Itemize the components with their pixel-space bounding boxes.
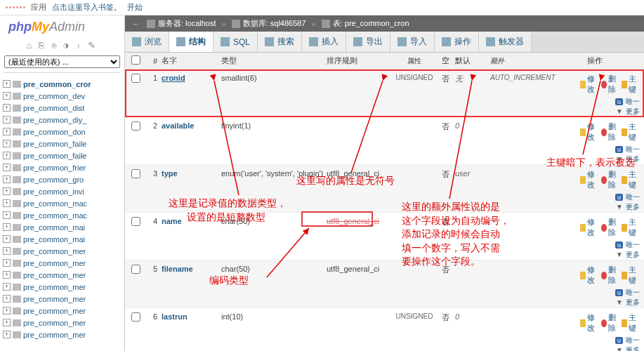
- op-unique[interactable]: 唯一: [626, 289, 640, 296]
- recent-tables-select[interactable]: (最近使用的表) ...: [4, 55, 120, 68]
- op-del[interactable]: 删除: [601, 312, 619, 333]
- tree-item[interactable]: +pre_common_faile: [3, 150, 124, 161]
- tree-item[interactable]: +pre_common_don: [3, 126, 124, 138]
- op-unique[interactable]: 唯一: [626, 98, 640, 105]
- op-edit[interactable]: 修改: [580, 169, 598, 190]
- tree-item[interactable]: +pre_common_mai: [3, 221, 124, 233]
- expand-icon[interactable]: +: [3, 283, 11, 291]
- expand-icon[interactable]: +: [3, 331, 11, 338]
- op-del[interactable]: 删除: [601, 121, 619, 143]
- op-del[interactable]: 删除: [601, 74, 619, 95]
- col-name[interactable]: available: [162, 121, 221, 130]
- expand-icon[interactable]: +: [3, 199, 11, 207]
- tree-item[interactable]: +pre_common_diy_: [3, 114, 124, 126]
- expand-icon[interactable]: +: [3, 140, 11, 147]
- expand-icon[interactable]: +: [3, 152, 11, 159]
- bc-server[interactable]: 服务器: localhost: [158, 18, 216, 29]
- row-checkbox[interactable]: [131, 265, 140, 274]
- expand-icon[interactable]: +: [3, 176, 11, 183]
- expand-icon[interactable]: +: [3, 235, 11, 243]
- bc-database[interactable]: 数据库: sql486587: [243, 18, 306, 29]
- expand-icon[interactable]: +: [3, 187, 11, 195]
- op-del[interactable]: 删除: [601, 169, 619, 190]
- tab-触发器[interactable]: 触发器: [479, 32, 532, 52]
- op-more[interactable]: 更多: [626, 107, 640, 115]
- row-checkbox[interactable]: [131, 74, 140, 83]
- op-pk[interactable]: 主键: [622, 74, 640, 95]
- expand-icon[interactable]: +: [3, 307, 11, 314]
- check-all[interactable]: [131, 55, 140, 65]
- col-name[interactable]: lastrun: [162, 312, 221, 321]
- tree-item[interactable]: +pre_common_mer: [3, 317, 124, 329]
- tree-item[interactable]: +pre_common_mac: [3, 197, 124, 209]
- col-name[interactable]: filename: [162, 265, 221, 273]
- tab-操作[interactable]: 操作: [435, 32, 479, 52]
- tree-item[interactable]: +pre_common_mac: [3, 209, 124, 221]
- tab-导入[interactable]: 导入: [390, 32, 435, 52]
- row-checkbox[interactable]: [131, 312, 140, 322]
- op-pk[interactable]: 主键: [622, 121, 640, 143]
- tree-item[interactable]: +pre_common_mai: [3, 233, 124, 245]
- expand-icon[interactable]: +: [3, 295, 11, 303]
- op-edit[interactable]: 修改: [580, 217, 598, 238]
- row-checkbox[interactable]: [131, 169, 140, 178]
- op-more[interactable]: 更多: [626, 298, 640, 306]
- op-more[interactable]: 更多: [626, 346, 640, 351]
- tree-item[interactable]: +pre_common_dist: [3, 102, 124, 114]
- expand-icon[interactable]: +: [3, 104, 11, 112]
- op-unique[interactable]: 唯一: [626, 336, 640, 344]
- tree-item[interactable]: +pre_common_faile: [3, 138, 124, 150]
- expand-icon[interactable]: +: [3, 211, 11, 219]
- op-more[interactable]: 更多: [626, 251, 640, 258]
- expand-icon[interactable]: +: [3, 92, 11, 100]
- col-name[interactable]: name: [162, 217, 221, 225]
- bc-table[interactable]: 表: pre_common_cron: [333, 18, 409, 29]
- collapse-icon[interactable]: ←: [132, 20, 140, 28]
- apps-label[interactable]: 应用: [31, 2, 46, 13]
- expand-icon[interactable]: +: [3, 116, 11, 124]
- row-checkbox[interactable]: [131, 217, 140, 226]
- tree-item[interactable]: +pre_common_mer: [3, 329, 124, 340]
- tree-item[interactable]: +pre_common_cror: [3, 78, 124, 90]
- tab-结构[interactable]: 结构: [169, 32, 213, 52]
- tab-导出[interactable]: 导出: [346, 32, 390, 52]
- op-pk[interactable]: 主键: [622, 169, 640, 190]
- expand-icon[interactable]: +: [3, 259, 11, 267]
- expand-icon[interactable]: +: [3, 319, 11, 326]
- op-edit[interactable]: 修改: [580, 312, 598, 333]
- tree-item[interactable]: +pre_common_gro: [3, 173, 124, 185]
- col-name[interactable]: cronid: [162, 74, 221, 82]
- op-pk[interactable]: 主键: [622, 217, 640, 238]
- head-name[interactable]: 名字: [162, 55, 221, 66]
- tree-item[interactable]: +pre_common_mer: [3, 305, 124, 317]
- tab-搜索[interactable]: 搜索: [258, 32, 302, 52]
- tree-item[interactable]: +pre_common_mer: [3, 293, 124, 305]
- row-checkbox[interactable]: [131, 121, 140, 131]
- op-pk[interactable]: 主键: [622, 312, 640, 333]
- op-edit[interactable]: 修改: [580, 265, 598, 286]
- tree-item[interactable]: +pre_common_frier: [3, 161, 124, 173]
- start-link[interactable]: 开始: [127, 2, 143, 13]
- tree-item[interactable]: +pre_common_dev: [3, 90, 124, 102]
- expand-icon[interactable]: +: [3, 247, 11, 255]
- op-del[interactable]: 删除: [601, 265, 619, 286]
- tab-浏览[interactable]: 浏览: [125, 32, 169, 52]
- tree-item[interactable]: +pre_common_mer: [3, 269, 124, 281]
- import-bookmarks-hint[interactable]: 点击这里导入书签。: [52, 2, 121, 13]
- op-edit[interactable]: 修改: [580, 74, 598, 95]
- op-edit[interactable]: 修改: [580, 121, 598, 143]
- tree-item[interactable]: +pre_common_mer: [3, 257, 124, 269]
- expand-icon[interactable]: +: [3, 223, 11, 231]
- expand-icon[interactable]: +: [3, 128, 11, 135]
- tree-item[interactable]: +pre_common_invi: [3, 185, 124, 197]
- tab-SQL[interactable]: SQL: [213, 32, 258, 52]
- nav-icon-row[interactable]: ⌂ ⎘ ◉ ◑ ⋮ ✎: [0, 37, 124, 53]
- tree-item[interactable]: +pre_common_mer: [3, 245, 124, 257]
- op-del[interactable]: 删除: [601, 217, 619, 238]
- op-unique[interactable]: 唯一: [626, 193, 640, 201]
- expand-icon[interactable]: +: [3, 164, 11, 171]
- col-name[interactable]: type: [162, 169, 221, 178]
- tree-item[interactable]: +pre_common_mer: [3, 281, 124, 293]
- op-more[interactable]: 更多: [626, 155, 640, 163]
- op-pk[interactable]: 主键: [622, 265, 640, 286]
